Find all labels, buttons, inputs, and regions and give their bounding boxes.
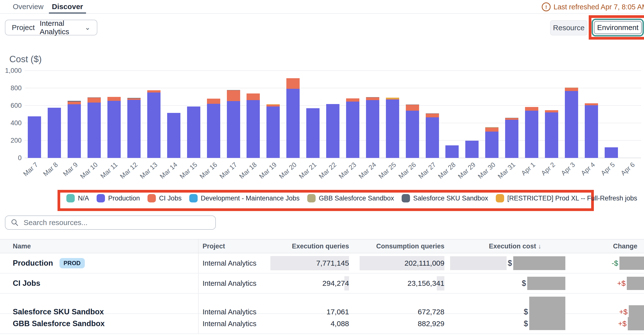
production-segment[interactable]: [227, 101, 240, 158]
production-segment[interactable]: [366, 100, 379, 158]
ci-jobs-segment[interactable]: [68, 102, 81, 104]
ci-jobs-segment[interactable]: [565, 88, 578, 91]
bar-slot-mar-7[interactable]: Mar 7: [24, 71, 44, 158]
bar-slot-mar-18[interactable]: Mar 18: [243, 71, 263, 158]
bar-apr-4[interactable]: [585, 103, 598, 158]
col-header-consumption-queries[interactable]: Consumption queries: [349, 242, 444, 250]
bar-apr-3[interactable]: [565, 88, 578, 158]
bar-mar-25[interactable]: [386, 98, 399, 158]
production-segment[interactable]: [386, 100, 399, 158]
production-segment[interactable]: [127, 100, 140, 158]
bar-mar-18[interactable]: [246, 94, 260, 158]
bar-mar-21[interactable]: [306, 108, 320, 158]
bar-mar-9[interactable]: [68, 101, 81, 158]
bar-slot-mar-31[interactable]: Mar 31: [502, 71, 522, 158]
production-segment[interactable]: [286, 89, 300, 158]
production-segment[interactable]: [465, 141, 478, 158]
bar-mar-27[interactable]: [426, 113, 439, 158]
production-segment[interactable]: [207, 104, 220, 158]
col-header-change[interactable]: Change: [573, 242, 644, 250]
bar-mar-19[interactable]: [266, 104, 280, 158]
production-segment[interactable]: [446, 145, 459, 158]
production-segment[interactable]: [346, 102, 359, 158]
bar-mar-17[interactable]: [227, 90, 240, 158]
bar-slot-mar-24[interactable]: Mar 24: [362, 71, 382, 158]
bar-mar-11[interactable]: [108, 97, 121, 158]
bar-slot-mar-14[interactable]: Mar 14: [164, 71, 184, 158]
bar-mar-12[interactable]: [127, 98, 140, 158]
bar-slot-mar-8[interactable]: Mar 8: [44, 71, 64, 158]
ci-jobs-segment[interactable]: [366, 97, 379, 100]
bar-mar-22[interactable]: [326, 104, 340, 158]
ci-jobs-segment[interactable]: [246, 94, 260, 100]
ci-jobs-segment[interactable]: [266, 105, 280, 107]
bar-mar-24[interactable]: [366, 97, 379, 158]
bar-slot-apr-2[interactable]: Apr 2: [542, 71, 562, 158]
production-segment[interactable]: [565, 91, 578, 158]
bar-slot-mar-22[interactable]: Mar 22: [323, 71, 343, 158]
ci-jobs-segment[interactable]: [88, 98, 101, 103]
ci-jobs-segment[interactable]: [286, 78, 300, 89]
bar-slot-mar-27[interactable]: Mar 27: [422, 71, 442, 158]
tab-discover[interactable]: Discover: [50, 0, 84, 13]
bar-slot-mar-9[interactable]: Mar 9: [64, 71, 84, 158]
production-segment[interactable]: [326, 104, 340, 158]
ci-jobs-segment[interactable]: [485, 128, 498, 132]
col-header-project[interactable]: Project: [198, 240, 270, 253]
bar-slot-mar-30[interactable]: Mar 30: [482, 71, 502, 158]
bar-slot-mar-26[interactable]: Mar 26: [402, 71, 422, 158]
legend-item-salesforce-sku-sandbox[interactable]: Salesforce SKU Sandbox: [402, 194, 488, 202]
legend-item-ci-jobs[interactable]: CI Jobs: [148, 194, 182, 202]
production-segment[interactable]: [246, 100, 260, 158]
bar-slot-mar-28[interactable]: Mar 28: [442, 71, 462, 158]
ci-jobs-segment[interactable]: [406, 105, 419, 111]
resource-toggle-button[interactable]: Resource: [550, 20, 588, 36]
production-segment[interactable]: [545, 112, 558, 158]
ci-jobs-segment[interactable]: [227, 90, 240, 101]
production-segment[interactable]: [68, 104, 81, 158]
col-header-execution-queries[interactable]: Execution queries: [270, 242, 349, 250]
bar-slot-mar-17[interactable]: Mar 17: [224, 71, 243, 158]
production-segment[interactable]: [108, 101, 121, 158]
production-segment[interactable]: [426, 117, 439, 158]
ci-jobs-segment[interactable]: [585, 103, 598, 105]
legend-item-restricted-prod-xl-full-refresh-jobs[interactable]: [RESTRICTED] Prod XL -- Full-Refresh job…: [496, 194, 637, 202]
bar-slot-mar-11[interactable]: Mar 11: [104, 71, 124, 158]
production-segment[interactable]: [266, 107, 280, 158]
production-segment[interactable]: [167, 113, 180, 158]
bar-mar-31[interactable]: [505, 118, 518, 158]
production-segment[interactable]: [605, 147, 618, 158]
bar-slot-mar-20[interactable]: Mar 20: [283, 71, 303, 158]
bar-mar-20[interactable]: [286, 78, 300, 158]
project-filter-dropdown[interactable]: Project Internal Analytics ⌄: [5, 20, 97, 36]
table-row-salesforce-sku-sandbox[interactable]: Salesforce SKU SandboxInternal Analytics…: [0, 294, 644, 314]
legend-item-gbb-salesforce-sandbox[interactable]: GBB Salesforce Sandbox: [307, 194, 394, 202]
ci-jobs-segment[interactable]: [525, 107, 538, 110]
ci-jobs-segment[interactable]: [147, 90, 160, 93]
bar-slot-mar-29[interactable]: Mar 29: [462, 71, 482, 158]
legend-item-n-a[interactable]: N/A: [66, 194, 89, 202]
bar-slot-apr-6[interactable]: Apr 6: [621, 71, 641, 158]
production-segment[interactable]: [187, 107, 200, 158]
bar-mar-7[interactable]: [28, 116, 41, 158]
bar-mar-8[interactable]: [48, 108, 61, 158]
bar-mar-23[interactable]: [346, 98, 359, 158]
bar-apr-2[interactable]: [545, 110, 558, 158]
bar-mar-10[interactable]: [88, 97, 101, 158]
production-segment[interactable]: [485, 132, 498, 158]
production-segment[interactable]: [28, 116, 41, 158]
legend-item-production[interactable]: Production: [96, 194, 140, 202]
bar-slot-mar-23[interactable]: Mar 23: [343, 71, 363, 158]
ci-jobs-segment[interactable]: [346, 98, 359, 102]
bar-slot-mar-10[interactable]: Mar 10: [84, 71, 104, 158]
col-header-execution-cost[interactable]: Execution cost↓: [444, 242, 573, 250]
ci-jobs-segment[interactable]: [545, 110, 558, 112]
bar-mar-26[interactable]: [406, 105, 419, 158]
bar-slot-mar-16[interactable]: Mar 16: [204, 71, 224, 158]
bar-apr-1[interactable]: [525, 107, 538, 158]
production-segment[interactable]: [525, 111, 538, 158]
ci-jobs-segment[interactable]: [426, 114, 439, 117]
ci-jobs-segment[interactable]: [108, 97, 121, 101]
ci-jobs-segment[interactable]: [207, 99, 220, 104]
bar-slot-apr-3[interactable]: Apr 3: [562, 71, 581, 158]
